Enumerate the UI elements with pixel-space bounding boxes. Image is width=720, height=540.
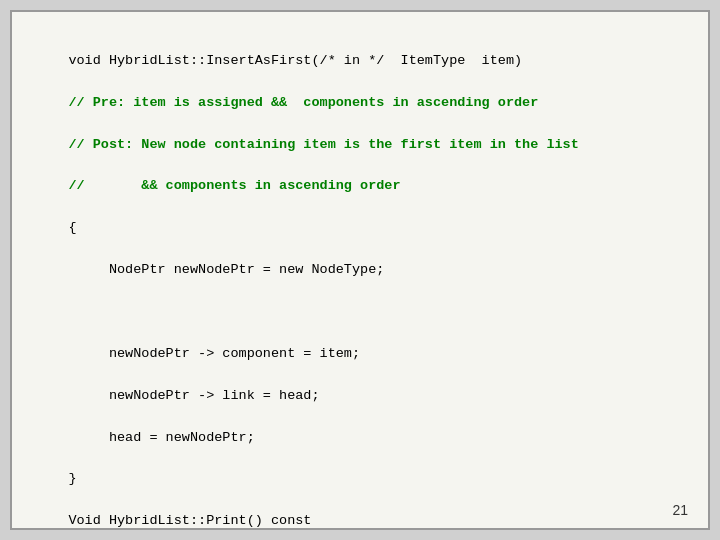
page-number: 21: [672, 502, 688, 518]
line-5: {: [68, 220, 76, 235]
line-2: // Pre: item is assigned && components i…: [68, 95, 538, 110]
line-1: void HybridList::InsertAsFirst(/* in */ …: [68, 53, 522, 68]
line-6: NodePtr newNodePtr = new NodeType;: [68, 262, 384, 277]
line-11: }: [68, 471, 76, 486]
line-9: newNodePtr -> link = head;: [68, 388, 319, 403]
line-10: head = newNodePtr;: [68, 430, 254, 445]
line-3: // Post: New node containing item is the…: [68, 137, 578, 152]
slide-container: void HybridList::InsertAsFirst(/* in */ …: [10, 10, 710, 530]
line-4: // && components in ascending order: [68, 178, 400, 193]
line-12: Void HybridList::Print() const: [68, 513, 311, 528]
code-block: void HybridList::InsertAsFirst(/* in */ …: [36, 30, 684, 530]
line-8: newNodePtr -> component = item;: [68, 346, 360, 361]
